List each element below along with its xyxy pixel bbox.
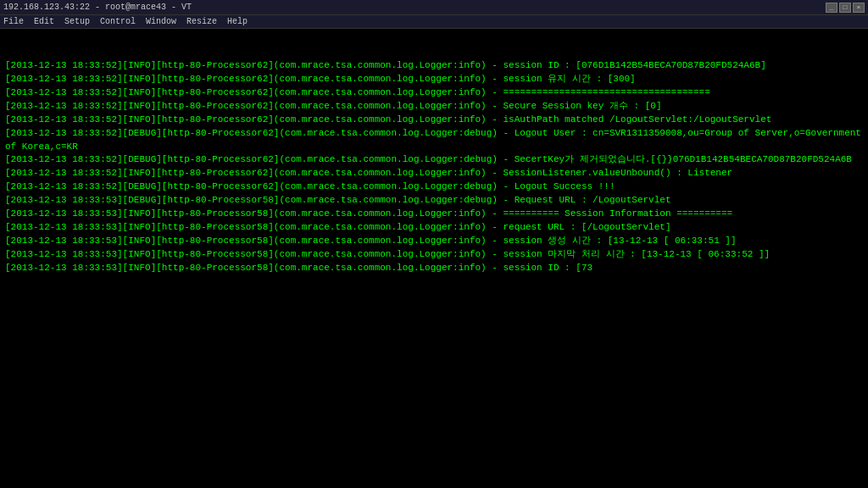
menu-help[interactable]: Help [227,17,248,26]
menu-file[interactable]: File [3,17,24,26]
menu-resize[interactable]: Resize [186,17,217,26]
log-line: [2013-12-13 18:33:53][INFO][http-80-Proc… [5,208,863,221]
window-title: 192.168.123.43:22 - root@mrace43 - VT [3,3,192,12]
log-line: [2013-12-13 18:33:52][DEBUG][http-80-Pro… [5,180,863,194]
maximize-button[interactable]: □ [839,3,851,13]
log-line: [2013-12-13 18:33:52][DEBUG][http-80-Pro… [5,153,863,167]
window-controls: _ □ × [826,3,865,13]
minimize-button[interactable]: _ [826,3,837,13]
log-line: [2013-12-13 18:33:52][INFO][http-80-Proc… [5,59,863,73]
menu-bar: File Edit Setup Control Window Resize He… [0,15,868,29]
terminal-output: [2013-12-13 18:33:52][INFO][http-80-Proc… [0,29,868,488]
log-line: [2013-12-13 18:33:52][INFO][http-80-Proc… [5,73,863,86]
close-button[interactable]: × [853,3,865,13]
log-line: [2013-12-13 18:33:52][INFO][http-80-Proc… [5,100,863,114]
log-line: [2013-12-13 18:33:53][DEBUG][http-80-Pro… [5,194,863,208]
log-line: [2013-12-13 18:33:52][DEBUG][http-80-Pro… [5,127,863,154]
log-line: [2013-12-13 18:33:52][INFO][http-80-Proc… [5,86,863,100]
log-line: [2013-12-13 18:33:53][INFO][http-80-Proc… [5,262,863,275]
menu-control[interactable]: Control [100,17,136,26]
title-bar: 192.168.123.43:22 - root@mrace43 - VT _ … [0,0,868,15]
log-line: [2013-12-13 18:33:52][INFO][http-80-Proc… [5,114,863,127]
log-line: [2013-12-13 18:33:53][INFO][http-80-Proc… [5,235,863,248]
window-container: 192.168.123.43:22 - root@mrace43 - VT _ … [0,0,868,488]
menu-edit[interactable]: Edit [34,17,54,26]
log-line: [2013-12-13 18:33:53][INFO][http-80-Proc… [5,248,863,262]
log-line: [2013-12-13 18:33:52][INFO][http-80-Proc… [5,167,863,180]
menu-setup[interactable]: Setup [64,17,90,26]
menu-window[interactable]: Window [146,17,176,26]
log-line: [2013-12-13 18:33:53][INFO][http-80-Proc… [5,221,863,235]
